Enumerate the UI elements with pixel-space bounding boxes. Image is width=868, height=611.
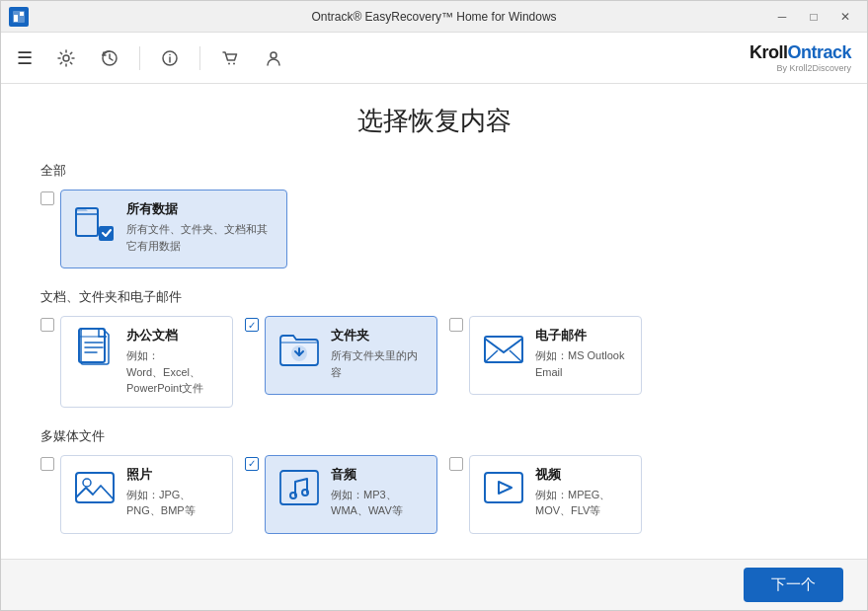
bottom-bar: 下一个: [1, 559, 867, 610]
main-content: 选择恢复内容 全部 所有数据: [1, 84, 867, 559]
svg-point-9: [233, 62, 235, 64]
svg-rect-22: [76, 473, 114, 502]
folder-checkbox[interactable]: [245, 318, 259, 332]
titlebar: Ontrack® EasyRecovery™ Home for Windows …: [1, 1, 867, 33]
svg-point-10: [271, 52, 276, 58]
all-data-wrapper: 所有数据 所有文件、文件夹、文档和其它有用数据: [40, 190, 287, 268]
section-all-row: 所有数据 所有文件、文件夹、文档和其它有用数据: [40, 190, 828, 268]
svg-rect-19: [485, 337, 522, 362]
folder-desc: 所有文件夹里的内容: [331, 347, 425, 380]
titlebar-left: [9, 7, 29, 27]
separator-2: [199, 46, 200, 70]
all-data-desc: 所有文件、文件夹、文档和其它有用数据: [126, 221, 275, 254]
video-text: 视频 例如：MPEG、MOV、FLV等: [535, 466, 629, 519]
toolbar: ☰: [1, 33, 867, 84]
separator-1: [139, 46, 140, 70]
photo-wrapper: 照片 例如：JPG、PNG、BMP等: [40, 455, 233, 534]
menu-icon[interactable]: ☰: [17, 47, 33, 69]
svg-point-23: [83, 479, 91, 487]
titlebar-title: Ontrack® EasyRecovery™ Home for Windows: [311, 10, 556, 24]
svg-rect-2: [20, 12, 24, 16]
office-doc-card[interactable]: 办公文档 例如：Word、Excel、PowerPoint文件: [60, 316, 233, 408]
svg-point-8: [228, 62, 230, 64]
audio-text: 音频 例如：MP3、WMA、WAV等: [331, 466, 425, 519]
svg-rect-11: [76, 208, 98, 236]
all-data-card[interactable]: 所有数据 所有文件、文件夹、文档和其它有用数据: [60, 190, 287, 268]
office-doc-text: 办公文档 例如：Word、Excel、PowerPoint文件: [126, 327, 220, 397]
svg-marker-28: [499, 482, 512, 494]
email-desc: 例如：MS Outlook Email: [535, 347, 629, 380]
photo-card[interactable]: 照片 例如：JPG、PNG、BMP等: [60, 455, 233, 534]
all-data-icon: [73, 200, 117, 244]
account-button[interactable]: [256, 40, 291, 76]
office-doc-checkbox[interactable]: [40, 318, 54, 332]
photo-title: 照片: [126, 466, 220, 484]
office-doc-desc: 例如：Word、Excel、PowerPoint文件: [126, 347, 220, 397]
photo-text: 照片 例如：JPG、PNG、BMP等: [126, 466, 220, 519]
office-doc-title: 办公文档: [126, 327, 220, 344]
video-desc: 例如：MPEG、MOV、FLV等: [535, 487, 629, 519]
settings-button[interactable]: [48, 40, 84, 76]
email-text: 电子邮件 例如：MS Outlook Email: [535, 327, 629, 380]
email-icon: [482, 327, 525, 370]
office-doc-wrapper: 办公文档 例如：Word、Excel、PowerPoint文件: [40, 316, 233, 408]
section-media-row: 照片 例如：JPG、PNG、BMP等 音: [40, 455, 828, 534]
svg-rect-13: [79, 329, 105, 362]
all-data-text: 所有数据 所有文件、文件夹、文档和其它有用数据: [126, 200, 275, 254]
email-wrapper: 电子邮件 例如：MS Outlook Email: [449, 316, 642, 395]
next-button[interactable]: 下一个: [744, 568, 843, 602]
minimize-button[interactable]: ─: [768, 7, 796, 27]
svg-rect-27: [485, 473, 522, 502]
titlebar-controls: ─ □ ✕: [768, 7, 859, 27]
page-title: 选择恢复内容: [40, 104, 828, 138]
photo-desc: 例如：JPG、PNG、BMP等: [126, 487, 220, 519]
video-card[interactable]: 视频 例如：MPEG、MOV、FLV等: [469, 455, 642, 534]
brand-logo: KrollOntrack: [750, 42, 851, 62]
photo-checkbox[interactable]: [40, 457, 54, 471]
section-docs-row: 办公文档 例如：Word、Excel、PowerPoint文件: [40, 316, 828, 408]
folder-card[interactable]: 文件夹 所有文件夹里的内容: [265, 316, 437, 395]
cart-button[interactable]: [212, 40, 248, 76]
all-data-title: 所有数据: [126, 200, 275, 218]
app-icon: [9, 7, 29, 27]
section-label-all: 全部: [40, 162, 828, 180]
close-button[interactable]: ✕: [831, 7, 859, 27]
svg-line-21: [510, 350, 522, 362]
brand-sub: By Kroll2Discovery: [750, 63, 851, 73]
photo-icon: [73, 466, 117, 509]
audio-card[interactable]: 音频 例如：MP3、WMA、WAV等: [265, 455, 437, 534]
svg-point-7: [169, 53, 171, 55]
all-data-checkbox[interactable]: [40, 191, 54, 205]
email-card[interactable]: 电子邮件 例如：MS Outlook Email: [469, 316, 642, 395]
email-title: 电子邮件: [535, 327, 629, 344]
brand-ontrack: Ontrack: [787, 42, 851, 62]
audio-desc: 例如：MP3、WMA、WAV等: [331, 487, 425, 519]
history-button[interactable]: [92, 40, 127, 76]
maximize-button[interactable]: □: [800, 7, 828, 27]
video-icon: [482, 466, 525, 509]
svg-rect-24: [280, 471, 318, 504]
folder-wrapper: 文件夹 所有文件夹里的内容: [245, 316, 437, 395]
info-button[interactable]: [152, 40, 188, 76]
video-wrapper: 视频 例如：MPEG、MOV、FLV等: [449, 455, 642, 534]
section-label-media: 多媒体文件: [40, 427, 828, 445]
svg-rect-12: [99, 226, 114, 241]
svg-line-20: [485, 350, 498, 362]
audio-icon: [277, 466, 321, 509]
svg-rect-1: [14, 15, 18, 22]
folder-title: 文件夹: [331, 327, 425, 344]
video-title: 视频: [535, 466, 629, 484]
folder-icon: [277, 327, 321, 370]
audio-wrapper: 音频 例如：MP3、WMA、WAV等: [245, 455, 437, 534]
video-checkbox[interactable]: [449, 457, 463, 471]
audio-title: 音频: [331, 466, 425, 484]
folder-text: 文件夹 所有文件夹里的内容: [331, 327, 425, 380]
brand-kroll: Kroll: [750, 42, 788, 62]
svg-point-3: [63, 55, 69, 61]
office-doc-icon: [73, 327, 117, 370]
brand-area: KrollOntrack By Kroll2Discovery: [750, 42, 851, 73]
section-label-docs: 文档、文件夹和电子邮件: [40, 288, 828, 306]
email-checkbox[interactable]: [449, 318, 463, 332]
audio-checkbox[interactable]: [245, 457, 259, 471]
